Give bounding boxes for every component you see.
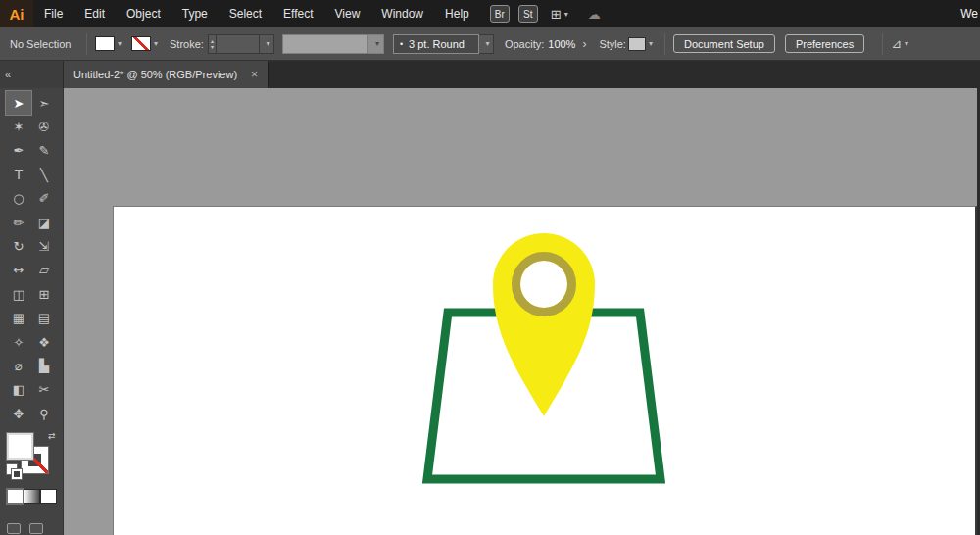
- zoom-tool[interactable]: ⚲: [31, 402, 57, 425]
- blend-tool[interactable]: ❖: [31, 330, 57, 354]
- tools-panel-header: «: [0, 61, 64, 88]
- document-tab-bar: « Untitled-2* @ 50% (RGB/Preview) ×: [0, 61, 980, 88]
- ellipse-tool[interactable]: ○: [6, 187, 31, 211]
- document-setup-button[interactable]: Document Setup: [673, 34, 775, 53]
- free-transform-tool-icon: ▱: [39, 263, 49, 277]
- slice-tool[interactable]: ✂: [31, 378, 57, 402]
- eyedropper-tool[interactable]: ✧: [6, 330, 31, 354]
- workspace-name-text[interactable]: We: [960, 7, 978, 21]
- artboard-tool[interactable]: ◧: [6, 378, 31, 402]
- symbol-sprayer-tool[interactable]: ⌀: [6, 354, 31, 377]
- menu-view[interactable]: View: [324, 7, 371, 21]
- default-stroke-mini-icon: [12, 469, 22, 479]
- collapse-tools-button[interactable]: «: [5, 69, 11, 80]
- eraser-tool[interactable]: ◪: [31, 211, 57, 234]
- perspective-grid-tool[interactable]: ⊞: [31, 282, 57, 306]
- fill-color-swatch: [95, 36, 115, 51]
- tools-panel: ➤➣✶✇✒✎T╲○✐✏◪↻⇲↔▱◫⊞▦▤✧❖⌀▙◧✂✥⚲ ⇄: [0, 88, 64, 535]
- divider: [86, 33, 87, 55]
- fill-color-select[interactable]: ▾: [95, 36, 122, 51]
- menu-file[interactable]: File: [33, 7, 74, 21]
- width-profile-select-disabled: ▾: [282, 34, 384, 54]
- menu-object[interactable]: Object: [116, 7, 172, 21]
- hand-tool[interactable]: ✥: [6, 402, 31, 425]
- line-segment-tool[interactable]: ╲: [31, 163, 57, 186]
- gradient-button[interactable]: [24, 490, 39, 503]
- tab-close-button[interactable]: ×: [251, 68, 258, 81]
- graphic-style-select[interactable]: Style: ▾: [599, 37, 653, 51]
- menu-edit[interactable]: Edit: [74, 7, 116, 21]
- gradient-tool-icon: ▤: [38, 311, 50, 325]
- curvature-tool[interactable]: ✎: [31, 139, 57, 163]
- stroke-weight-input[interactable]: ▴ ▾ ▾: [208, 34, 274, 54]
- rotate-tool[interactable]: ↻: [6, 234, 31, 258]
- menu-effect[interactable]: Effect: [272, 7, 323, 21]
- menu-window[interactable]: Window: [370, 7, 434, 21]
- gradient-tool[interactable]: ▤: [31, 307, 57, 330]
- screen-mode-icon[interactable]: [29, 523, 43, 534]
- stroke-color-select[interactable]: ▾: [131, 36, 158, 51]
- column-graph-tool-icon: ▙: [39, 359, 49, 373]
- mesh-tool-icon: ▦: [13, 311, 24, 325]
- scale-tool[interactable]: ⇲: [31, 234, 57, 258]
- menu-type[interactable]: Type: [172, 7, 219, 21]
- stroke-weight-stepper[interactable]: ▴ ▾: [208, 34, 217, 54]
- pen-tool[interactable]: ✒: [6, 139, 31, 163]
- selection-tool[interactable]: ➤: [6, 91, 31, 115]
- fill-swatch-indicator[interactable]: [7, 433, 33, 460]
- control-bar: No Selection ▾ ▾ Stroke: ▴ ▾ ▾ ▾: [0, 27, 980, 61]
- draw-mode-icon[interactable]: [7, 523, 21, 534]
- pencil-tool[interactable]: ✏: [6, 211, 31, 234]
- type-tool[interactable]: T: [6, 163, 31, 186]
- sync-status-icon: ☁: [588, 7, 601, 22]
- column-graph-tool[interactable]: ▙: [31, 354, 57, 377]
- arrange-documents-button[interactable]: ⊞ ▾: [551, 7, 568, 22]
- color-button[interactable]: [8, 490, 23, 503]
- curvature-tool-icon: ✎: [39, 143, 50, 158]
- stroke-color-swatch: [131, 36, 151, 51]
- opacity-value[interactable]: 100%: [548, 38, 575, 50]
- menu-select[interactable]: Select: [219, 7, 272, 21]
- artwork-layer: [64, 88, 980, 535]
- width-tool[interactable]: ↔: [6, 259, 31, 282]
- bridge-button[interactable]: Br: [490, 5, 510, 23]
- stroke-weight-dropdown[interactable]: ▾: [260, 34, 274, 54]
- alignment-options-button[interactable]: ⊿ ▾: [891, 36, 908, 51]
- stock-button[interactable]: St: [518, 5, 538, 23]
- opacity-control: Opacity: 100% ›: [505, 37, 590, 51]
- chevron-down-icon: ▾: [368, 34, 384, 54]
- drafting-icon: ⊿: [891, 36, 902, 51]
- free-transform-tool[interactable]: ▱: [31, 259, 57, 282]
- tools-grid: ➤➣✶✇✒✎T╲○✐✏◪↻⇲↔▱◫⊞▦▤✧❖⌀▙◧✂✥⚲: [0, 88, 63, 425]
- magic-wand-tool-icon: ✶: [14, 120, 24, 134]
- brush-definition-field[interactable]: • 3 pt. Round: [393, 34, 479, 54]
- brush-definition-dropdown[interactable]: ▾: [479, 34, 494, 54]
- brush-preview-dot: •: [400, 39, 403, 49]
- paintbrush-tool[interactable]: ✐: [31, 187, 57, 211]
- divider: [664, 33, 665, 55]
- lasso-tool[interactable]: ✇: [31, 115, 57, 138]
- fill-stroke-widget: ⇄: [7, 433, 58, 480]
- mesh-tool[interactable]: ▦: [6, 307, 31, 330]
- document-tab[interactable]: Untitled-2* @ 50% (RGB/Preview) ×: [64, 61, 269, 88]
- shape-builder-tool[interactable]: ◫: [6, 282, 31, 306]
- opacity-label: Opacity:: [505, 38, 544, 50]
- menu-help[interactable]: Help: [434, 7, 480, 21]
- none-button[interactable]: [41, 490, 56, 503]
- chevron-down-icon: ▾: [649, 39, 653, 48]
- direct-selection-tool[interactable]: ➣: [31, 91, 57, 115]
- preferences-button[interactable]: Preferences: [785, 34, 864, 53]
- slice-tool-icon: ✂: [39, 382, 50, 397]
- map-pin-hole: [520, 261, 567, 308]
- magic-wand-tool[interactable]: ✶: [6, 115, 31, 138]
- brush-definition-select[interactable]: • 3 pt. Round ▾: [393, 34, 494, 54]
- arrange-documents-icon: ⊞: [551, 7, 562, 22]
- swap-fill-stroke-icon[interactable]: ⇄: [48, 431, 56, 441]
- opacity-flyout-button[interactable]: ›: [579, 37, 589, 51]
- pen-tool-icon: ✒: [14, 143, 24, 158]
- eyedropper-tool-icon: ✧: [14, 335, 24, 350]
- selection-tool-icon: ➤: [14, 96, 24, 111]
- canvas-area[interactable]: [64, 88, 980, 535]
- stroke-weight-field[interactable]: [217, 34, 260, 54]
- pencil-tool-icon: ✏: [14, 216, 24, 230]
